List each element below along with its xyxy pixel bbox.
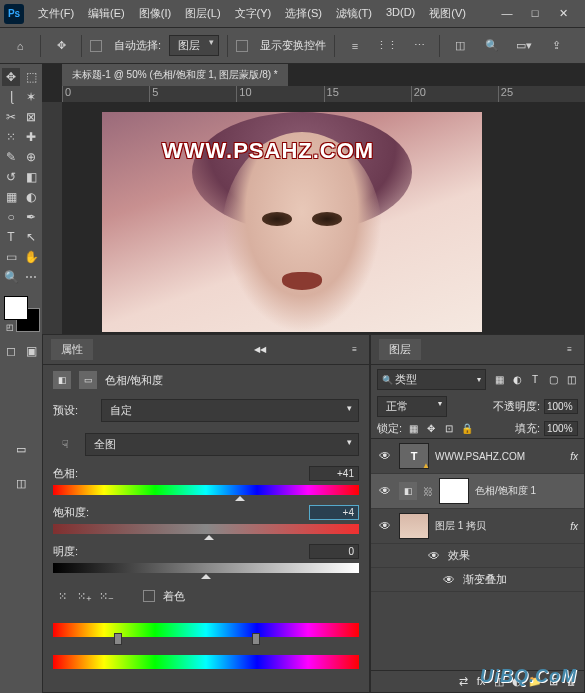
stamp-tool[interactable]: ⊕: [22, 148, 40, 166]
close-button[interactable]: ✕: [553, 7, 573, 20]
edit-toolbar[interactable]: ⋯: [22, 268, 40, 286]
reset-swatch-icon[interactable]: ◰: [6, 323, 14, 332]
colorize-checkbox[interactable]: [143, 590, 155, 602]
new-group-icon[interactable]: 📁: [528, 675, 542, 688]
search-icon[interactable]: 🔍: [480, 34, 504, 58]
share-icon[interactable]: ⇪: [544, 34, 568, 58]
layer-filter-kind[interactable]: 类型: [377, 369, 486, 390]
gradient-tool[interactable]: ▦: [2, 188, 20, 206]
range-select[interactable]: 全图: [85, 433, 359, 456]
visibility-icon[interactable]: 👁: [377, 449, 393, 463]
move-tool-icon[interactable]: ✥: [49, 34, 73, 58]
filter-smart-icon[interactable]: ◫: [564, 373, 578, 387]
lock-all-icon[interactable]: 🔒: [460, 422, 474, 436]
move-tool[interactable]: ✥: [2, 68, 20, 86]
menu-type[interactable]: 文字(Y): [229, 2, 278, 25]
layers-tab[interactable]: 图层: [379, 339, 421, 360]
eyedropper-tool[interactable]: ⁙: [2, 128, 20, 146]
layer-row[interactable]: 👁 ▲ WWW.PSAHZ.COM fx: [371, 439, 584, 474]
lightness-value[interactable]: 0: [309, 544, 359, 559]
eyedropper-plus-icon[interactable]: ⁙₊: [75, 587, 93, 605]
home-icon[interactable]: ⌂: [8, 34, 32, 58]
dock-icon[interactable]: ◫: [12, 474, 30, 492]
menu-3d[interactable]: 3D(D): [380, 2, 421, 25]
brush-tool[interactable]: ✎: [2, 148, 20, 166]
dock-icon[interactable]: ▭: [12, 440, 30, 458]
hand-tool[interactable]: ✋: [22, 248, 40, 266]
delete-layer-icon[interactable]: 🗑: [564, 675, 578, 688]
eyedropper-minus-icon[interactable]: ⁙₋: [97, 587, 115, 605]
color-range-strip[interactable]: [53, 623, 359, 637]
distribute-icon[interactable]: ⋮⋮: [375, 34, 399, 58]
layer-effect-item[interactable]: 👁 渐变叠加: [371, 568, 584, 592]
lock-artboard-icon[interactable]: ⊡: [442, 422, 456, 436]
panel-menu-icon[interactable]: ≡: [563, 343, 576, 356]
lock-position-icon[interactable]: ✥: [424, 422, 438, 436]
opacity-value[interactable]: 100%: [544, 399, 578, 414]
filter-type-icon[interactable]: T: [528, 373, 542, 387]
fx-badge[interactable]: fx: [570, 451, 578, 462]
visibility-icon[interactable]: 👁: [426, 549, 442, 563]
properties-tab[interactable]: 属性: [51, 339, 93, 360]
layer-row[interactable]: 👁 ◧ ⛓ 色相/饱和度 1: [371, 474, 584, 509]
more-icon[interactable]: ⋯: [407, 34, 431, 58]
layer-row[interactable]: 👁 图层 1 拷贝 fx: [371, 509, 584, 544]
type-tool[interactable]: T: [2, 228, 20, 246]
crop-tool[interactable]: ✂: [2, 108, 20, 126]
minimize-button[interactable]: —: [497, 7, 517, 20]
color-range-strip2[interactable]: [53, 655, 359, 669]
heal-tool[interactable]: ✚: [22, 128, 40, 146]
mask-thumb[interactable]: [439, 478, 469, 504]
transform-checkbox[interactable]: [236, 40, 248, 52]
eyedropper-icon[interactable]: ⁙: [53, 587, 71, 605]
eraser-tool[interactable]: ◧: [22, 168, 40, 186]
preset-select[interactable]: 自定: [101, 399, 359, 422]
menu-image[interactable]: 图像(I): [133, 2, 177, 25]
path-select-tool[interactable]: ↖: [22, 228, 40, 246]
fx-badge[interactable]: fx: [570, 521, 578, 532]
filter-shape-icon[interactable]: ▢: [546, 373, 560, 387]
menu-file[interactable]: 文件(F): [32, 2, 80, 25]
panel-collapse-icon[interactable]: ◀◀: [250, 343, 270, 356]
panel-menu-icon[interactable]: ≡: [348, 343, 361, 356]
link-layers-icon[interactable]: ⇄: [456, 675, 470, 688]
new-layer-icon[interactable]: ⊞: [546, 675, 560, 688]
align-icon[interactable]: ≡: [343, 34, 367, 58]
blur-tool[interactable]: ◐: [22, 188, 40, 206]
magic-wand-tool[interactable]: ✶: [22, 88, 40, 106]
3d-mode-icon[interactable]: ◫: [448, 34, 472, 58]
hue-slider[interactable]: [53, 485, 359, 495]
visibility-icon[interactable]: 👁: [441, 573, 457, 587]
document-tab[interactable]: 未标题-1 @ 50% (色相/饱和度 1, 图层蒙版/8) *: [62, 64, 288, 86]
lasso-tool[interactable]: ɭ: [2, 88, 20, 106]
quickmask-tool[interactable]: ◻: [2, 342, 20, 360]
maximize-button[interactable]: □: [525, 7, 545, 20]
menu-layer[interactable]: 图层(L): [179, 2, 226, 25]
zoom-tool[interactable]: 🔍: [2, 268, 20, 286]
history-brush-tool[interactable]: ↺: [2, 168, 20, 186]
filter-pixel-icon[interactable]: ▦: [492, 373, 506, 387]
lock-pixels-icon[interactable]: ▦: [406, 422, 420, 436]
layer-style-icon[interactable]: fx: [474, 675, 488, 688]
menu-edit[interactable]: 编辑(E): [82, 2, 131, 25]
saturation-slider[interactable]: [53, 524, 359, 534]
marquee-tool[interactable]: ⬚: [22, 68, 40, 86]
layer-name[interactable]: 图层 1 拷贝: [435, 519, 564, 533]
layer-effects-row[interactable]: 👁 效果: [371, 544, 584, 568]
auto-select-checkbox[interactable]: [90, 40, 102, 52]
shape-tool[interactable]: ▭: [2, 248, 20, 266]
saturation-value[interactable]: +4: [309, 505, 359, 520]
lightness-slider[interactable]: [53, 563, 359, 573]
link-mask-icon[interactable]: ⛓: [423, 486, 433, 497]
menu-select[interactable]: 选择(S): [279, 2, 328, 25]
canvas[interactable]: WWW.PSAHZ.COM: [102, 112, 482, 332]
screenmode-tool[interactable]: ▣: [22, 342, 40, 360]
finger-icon[interactable]: ☟: [53, 432, 77, 456]
hue-value[interactable]: +41: [309, 466, 359, 481]
new-adjustment-icon[interactable]: ◐: [510, 675, 524, 688]
layer-name[interactable]: WWW.PSAHZ.COM: [435, 451, 564, 462]
color-swatches[interactable]: ◰: [4, 296, 40, 332]
dodge-tool[interactable]: ○: [2, 208, 20, 226]
mask-icon[interactable]: ▭: [79, 371, 97, 389]
layer-mask-icon[interactable]: ◫: [492, 675, 506, 688]
